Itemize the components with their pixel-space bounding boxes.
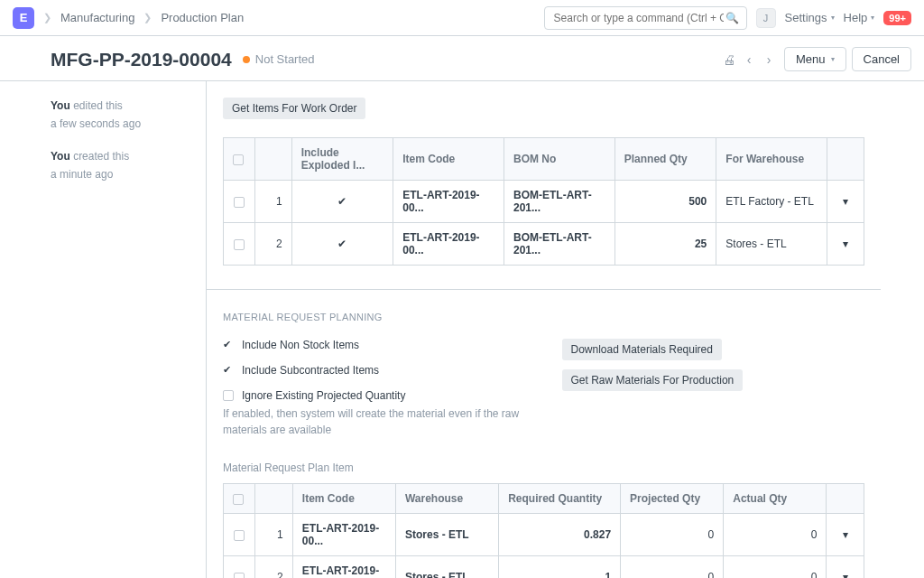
checkbox-icon [223, 390, 234, 401]
global-search[interactable]: 🔍 [544, 6, 747, 30]
col-for-warehouse[interactable]: For Warehouse [716, 138, 827, 181]
include-nonstock-label: Include Non Stock Items [242, 339, 359, 351]
cell-item-code[interactable]: ETL-ART-2019-00... [393, 181, 504, 223]
timeline-action: created this [73, 150, 129, 163]
cancel-button[interactable]: Cancel [852, 47, 911, 71]
col-item-code[interactable]: Item Code [393, 138, 504, 181]
col-row-menu [827, 484, 864, 514]
menu-button-label: Menu [796, 52, 826, 66]
chevron-right-icon: ❯ [43, 12, 51, 23]
page-body: You edited this a few seconds ago You cr… [0, 81, 924, 578]
col-include-exploded[interactable]: Include Exploded I... [291, 138, 393, 181]
row-menu-icon[interactable]: ▾ [827, 181, 864, 223]
check-icon: ✔ [223, 364, 234, 376]
app-logo[interactable]: E [13, 7, 34, 29]
ignore-projected-label: Ignore Existing Projected Quantity [242, 389, 405, 402]
select-all-checkbox[interactable] [224, 138, 255, 181]
cell-actual-qty[interactable]: 0 [724, 514, 827, 556]
status-indicator-icon [243, 56, 250, 63]
row-index: 1 [254, 181, 291, 223]
row-checkbox[interactable] [234, 239, 245, 250]
row-menu-icon[interactable]: ▾ [827, 223, 864, 266]
cell-bom-no[interactable]: BOM-ETL-ART-201... [504, 223, 615, 266]
row-index: 1 [255, 514, 293, 556]
timeline-actor: You [51, 150, 70, 163]
cell-planned-qty[interactable]: 25 [614, 223, 716, 266]
row-checkbox[interactable] [234, 573, 245, 578]
help-menu[interactable]: Help ▾ [844, 11, 875, 24]
cell-item-code[interactable]: ETL-ART-2019-00... [292, 556, 395, 579]
include-subcontracted-checkbox[interactable]: ✔ Include Subcontracted Items [223, 364, 526, 377]
breadcrumb-manufacturing[interactable]: Manufacturing [60, 11, 134, 24]
chevron-down-icon: ▾ [871, 14, 874, 22]
col-row-menu [827, 138, 864, 181]
cell-warehouse[interactable]: ETL Factory - ETL [716, 181, 827, 223]
table-row[interactable]: 1 ETL-ART-2019-00... Stores - ETL 0.827 … [224, 514, 864, 556]
row-menu-icon[interactable]: ▾ [827, 556, 864, 579]
col-projected-qty[interactable]: Projected Qty [621, 484, 724, 514]
col-required-qty[interactable]: Required Quantity [499, 484, 621, 514]
col-bom-no[interactable]: BOM No [504, 138, 615, 181]
timeline-when: a minute ago [51, 166, 195, 182]
include-nonstock-checkbox[interactable]: ✔ Include Non Stock Items [223, 339, 526, 351]
status-text: Not Started [255, 52, 315, 66]
table-row[interactable]: 2 ETL-ART-2019-00... Stores - ETL 1 0 0 … [224, 556, 864, 579]
topbar: E ❯ Manufacturing ❯ Production Plan 🔍 J … [0, 0, 924, 36]
cell-warehouse[interactable]: Stores - ETL [716, 223, 827, 266]
get-raw-materials-button[interactable]: Get Raw Materials For Production [562, 369, 744, 391]
get-items-work-order-button[interactable]: Get Items For Work Order [223, 98, 365, 119]
cell-exploded: ✔ [291, 223, 393, 266]
work-order-items-table: Include Exploded I... Item Code BOM No P… [223, 137, 864, 266]
cell-planned-qty[interactable]: 500 [614, 181, 716, 223]
row-index: 2 [255, 556, 293, 579]
select-all-checkbox[interactable] [224, 484, 255, 514]
table-row[interactable]: 1 ✔ ETL-ART-2019-00... BOM-ETL-ART-201..… [224, 181, 864, 223]
table-row[interactable]: 2 ✔ ETL-ART-2019-00... BOM-ETL-ART-201..… [224, 223, 864, 266]
cell-required-qty[interactable]: 1 [499, 556, 621, 579]
plan-table-title: Material Request Plan Item [223, 461, 864, 474]
timeline-when: a few seconds ago [51, 116, 195, 132]
col-index [255, 484, 293, 514]
search-input[interactable] [552, 11, 725, 25]
next-icon[interactable]: › [759, 52, 779, 67]
col-actual-qty[interactable]: Actual Qty [724, 484, 827, 514]
ignore-projected-checkbox[interactable]: Ignore Existing Projected Quantity [223, 389, 526, 402]
search-icon: 🔍 [725, 12, 739, 24]
chevron-down-icon: ▾ [831, 14, 835, 22]
cell-projected-qty[interactable]: 0 [621, 556, 724, 579]
page-title: MFG-PP-2019-00004 [51, 49, 232, 70]
page-header: MFG-PP-2019-00004 Not Started 🖨 ‹ › Menu… [0, 36, 924, 80]
cell-item-code[interactable]: ETL-ART-2019-00... [292, 514, 395, 556]
timeline-actor: You [51, 99, 70, 112]
cell-required-qty[interactable]: 0.827 [499, 514, 621, 556]
cell-item-code[interactable]: ETL-ART-2019-00... [393, 223, 504, 266]
mrp-heading: MATERIAL REQUEST PLANNING [223, 312, 864, 322]
col-planned-qty[interactable]: Planned Qty [614, 138, 716, 181]
chevron-right-icon: ❯ [143, 12, 152, 23]
row-checkbox[interactable] [234, 197, 245, 208]
settings-menu[interactable]: Settings ▾ [785, 11, 835, 24]
mrp-section: MATERIAL REQUEST PLANNING ✔ Include Non … [207, 289, 881, 578]
row-checkbox[interactable] [234, 530, 245, 541]
user-avatar[interactable]: J [756, 8, 776, 28]
breadcrumb-production-plan[interactable]: Production Plan [161, 11, 244, 24]
download-materials-button[interactable]: Download Materials Required [562, 339, 722, 360]
cell-warehouse[interactable]: Stores - ETL [395, 514, 498, 556]
timeline-action: edited this [73, 99, 123, 112]
cell-projected-qty[interactable]: 0 [621, 514, 724, 556]
col-index [254, 138, 291, 181]
check-icon: ✔ [223, 339, 234, 350]
material-request-plan-table: Item Code Warehouse Required Quantity Pr… [223, 483, 864, 578]
cell-bom-no[interactable]: BOM-ETL-ART-201... [504, 181, 615, 223]
print-icon[interactable]: 🖨 [719, 52, 739, 67]
col-item-code[interactable]: Item Code [292, 484, 395, 514]
notification-badge[interactable]: 99+ [883, 11, 911, 25]
menu-button[interactable]: Menu ▾ [784, 47, 846, 71]
row-menu-icon[interactable]: ▾ [827, 514, 864, 556]
settings-label: Settings [785, 11, 827, 24]
row-index: 2 [254, 223, 291, 266]
prev-icon[interactable]: ‹ [739, 52, 759, 67]
cell-warehouse[interactable]: Stores - ETL [395, 556, 498, 579]
col-warehouse[interactable]: Warehouse [395, 484, 498, 514]
cell-actual-qty[interactable]: 0 [724, 556, 827, 579]
